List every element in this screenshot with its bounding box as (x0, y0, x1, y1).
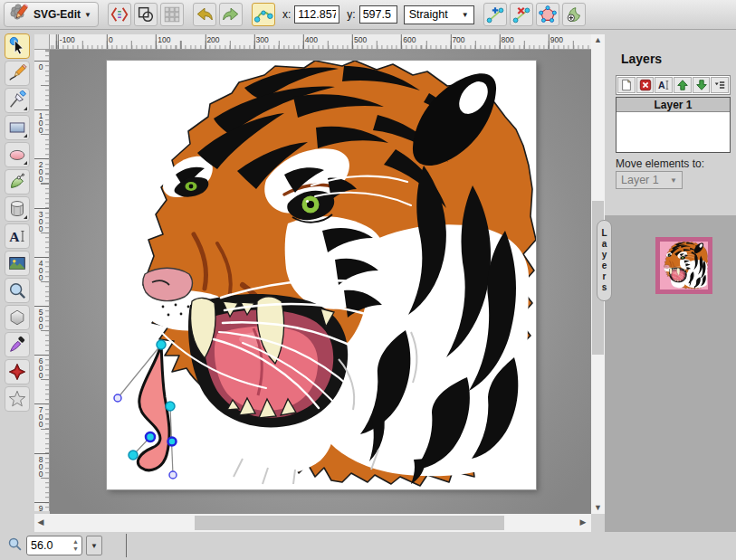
path-edit-overlay[interactable] (107, 61, 536, 489)
tools-panel: A (0, 30, 34, 532)
y-coordinate-input[interactable] (359, 5, 397, 24)
canvas-thumbnail (655, 237, 712, 294)
delete-layer-button[interactable] (636, 77, 655, 93)
path-node[interactable] (157, 340, 166, 349)
open-close-path-button[interactable] (536, 3, 559, 26)
main-toolbar: SVG-Edit ▼ x: y: Straight ▼ (0, 0, 736, 30)
ruler-tick-label: 800 (36, 455, 45, 477)
ruler-tick-label: 300 (36, 210, 45, 232)
layers-panel-handle-label: Layers (599, 228, 609, 293)
scroll-right-arrow[interactable]: ▶ (577, 517, 589, 527)
redo-button[interactable] (219, 3, 243, 26)
ruler-tick-label: 100 (36, 111, 45, 133)
layer-buttons-row: A (616, 75, 731, 95)
menu-caret-icon: ▼ (84, 11, 91, 19)
ruler-tick-label: 200 (206, 35, 219, 44)
path-node[interactable] (166, 402, 175, 411)
delete-node-button[interactable] (510, 3, 533, 26)
x-coordinate-input[interactable] (294, 5, 339, 24)
svg-text:A: A (658, 80, 665, 90)
vertical-ruler: 0100200300400500600700800900 (34, 50, 50, 511)
move-elements-select[interactable]: Layer 1 ▼ (616, 171, 683, 189)
ellipse-tool[interactable] (5, 142, 30, 167)
scroll-down-arrow[interactable]: ▼ (591, 502, 605, 514)
grid-button[interactable] (160, 3, 184, 26)
segment-type-select[interactable]: Straight ▼ (404, 5, 474, 24)
layer-options-menu-button[interactable] (711, 77, 729, 93)
ruler-tick-label: 100 (158, 35, 170, 44)
move-layer-down-button[interactable] (693, 77, 711, 93)
svg-text:A: A (9, 229, 20, 244)
path-node-selected[interactable] (146, 432, 155, 441)
zoom-level-field: ▲▼ (26, 536, 82, 555)
path-node[interactable] (129, 451, 138, 460)
zoom-icon (7, 536, 23, 555)
rectangle-tool[interactable] (5, 115, 30, 140)
ruler-tick-label: 900 (36, 504, 45, 511)
line-tool[interactable] (5, 88, 30, 113)
path-node-selected[interactable] (168, 438, 177, 446)
ruler-tick-label: 0 (109, 35, 113, 44)
zoom-spinner[interactable]: ▲▼ (72, 538, 79, 553)
workspace[interactable] (50, 50, 591, 514)
horizontal-scroll-thumb[interactable] (195, 516, 504, 530)
ruler-tick-label: 600 (403, 35, 416, 44)
scroll-up-arrow[interactable]: ▲ (591, 34, 605, 46)
image-tool[interactable] (5, 251, 30, 276)
layers-panel-handle[interactable]: Layers (597, 220, 612, 301)
move-layer-up-button[interactable] (674, 77, 692, 93)
scroll-left-arrow[interactable]: ◀ (34, 517, 47, 527)
svg-canvas[interactable] (107, 61, 536, 489)
ruler-tick-label: 400 (36, 259, 45, 280)
main-menu-button[interactable]: SVG-Edit ▼ (4, 2, 99, 27)
svg-edit-app: SVG-Edit ▼ x: y: Straight ▼ (0, 0, 736, 560)
segment-type-caret-icon: ▼ (462, 11, 469, 19)
ruler-tick-label: 500 (354, 35, 367, 44)
segment-type-value: Straight (409, 8, 448, 21)
ruler-tick-label: 600 (36, 356, 45, 378)
ruler-tick-label: 400 (305, 35, 318, 44)
pencil-tool[interactable] (5, 61, 30, 86)
eyedropper-tool[interactable] (5, 332, 30, 357)
new-layer-button[interactable] (617, 77, 636, 93)
path-tool[interactable] (5, 169, 30, 195)
layer-row-selected[interactable]: Layer 1 (617, 98, 730, 112)
status-bar: ▲▼ ▼ (0, 532, 736, 560)
add-subpath-button[interactable] (562, 3, 586, 26)
control-point-handle[interactable] (169, 471, 177, 479)
ruler-tick-label: 700 (36, 405, 45, 427)
select-tool[interactable] (5, 33, 30, 59)
ruler-tick-label: 0 (36, 62, 45, 70)
ruler-tick-label: 900 (550, 35, 563, 44)
zoom-level-input[interactable] (27, 537, 63, 554)
shapes-extension-tool[interactable] (5, 359, 30, 384)
rename-layer-button[interactable]: A (655, 77, 673, 93)
undo-button[interactable] (193, 3, 216, 26)
wireframe-mode-button[interactable] (134, 3, 158, 26)
layers-panel-title: Layers (621, 52, 662, 66)
ruler-tick-label: 500 (36, 308, 45, 329)
shape-library-tool[interactable] (5, 196, 30, 222)
statusbar-divider (126, 534, 127, 557)
zoom-presets-button[interactable]: ▼ (86, 536, 102, 555)
zoom-tool[interactable] (5, 278, 30, 303)
ruler-tick-label: 200 (36, 160, 45, 182)
edited-path-shape[interactable] (138, 345, 169, 470)
horizontal-scrollbar[interactable]: ◀ ▶ (34, 514, 591, 532)
thumbnail-tiger-image (660, 242, 708, 289)
y-coordinate-label: y: (347, 8, 355, 21)
control-point-handle[interactable] (114, 394, 121, 402)
move-select-caret-icon: ▼ (670, 176, 677, 185)
horizontal-ruler: -10001002003004005006007008009001000 (50, 34, 591, 50)
star-tool[interactable] (5, 386, 30, 412)
x-coordinate-label: x: (282, 8, 291, 21)
text-tool[interactable]: A (5, 223, 30, 249)
move-elements-value: Layer 1 (621, 174, 659, 186)
link-control-points-button[interactable] (252, 3, 275, 26)
clone-node-button[interactable] (483, 3, 507, 26)
layer-list[interactable]: Layer 1 (616, 97, 731, 153)
ruler-tick-label: -100 (60, 35, 75, 44)
edit-source-button[interactable] (108, 3, 131, 26)
ruler-tick-label: 300 (256, 35, 269, 44)
polygon-tool[interactable] (5, 305, 30, 330)
